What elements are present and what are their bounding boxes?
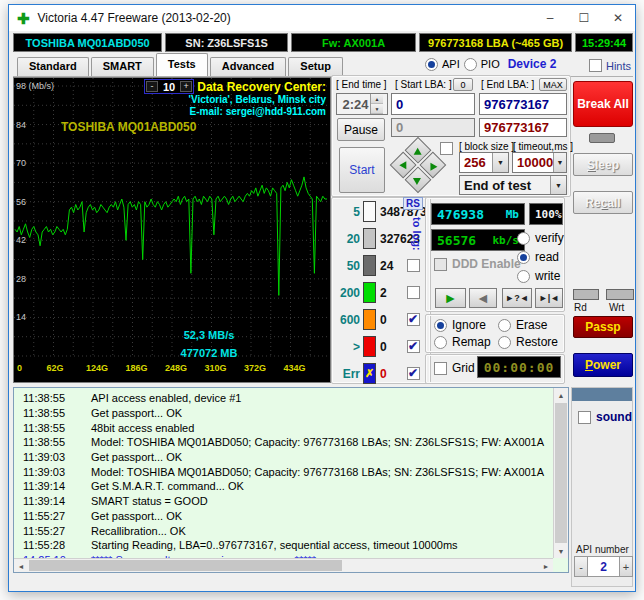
erase-radio[interactable] bbox=[498, 319, 511, 332]
log-lines: 11:38:55API access enabled, device #111:… bbox=[15, 391, 552, 567]
api-number-label: API number bbox=[576, 544, 629, 555]
log-message: SMART status = GOOD bbox=[91, 495, 208, 507]
close-button[interactable]: ✕ bbox=[601, 5, 635, 31]
sound-checkbox[interactable] bbox=[578, 411, 591, 424]
end-lba-label: [ End LBA: ] bbox=[481, 79, 534, 90]
histogram-row-Err: Err✗0 bbox=[334, 360, 431, 387]
horizontal-scrollbar[interactable]: ◄ ► bbox=[14, 558, 553, 572]
end-time-spinner[interactable]: 2:24 ▲▼ bbox=[336, 93, 388, 115]
after-test-dropdown[interactable]: End of test ▼ bbox=[459, 175, 567, 195]
log-message: 48bit access enabled bbox=[91, 422, 194, 434]
ignore-radio[interactable] bbox=[434, 319, 447, 332]
start-lba-input[interactable]: 0 bbox=[391, 93, 475, 115]
hints-checkbox[interactable] bbox=[589, 59, 602, 72]
skip-question-button[interactable]: ►?◄ bbox=[502, 288, 532, 308]
seek-checkbox[interactable] bbox=[440, 142, 453, 155]
log-timestamp: 11:38:55 bbox=[23, 422, 75, 434]
position-lcd: 476938Mb bbox=[431, 203, 525, 225]
scroll-left-icon[interactable]: ◄ bbox=[14, 559, 28, 573]
svg-text:98 (Mb/s): 98 (Mb/s) bbox=[16, 81, 54, 91]
device-label: Device 2 bbox=[508, 57, 557, 71]
tab-setup[interactable]: Setup bbox=[288, 57, 343, 76]
grid-checkbox[interactable] bbox=[434, 362, 447, 375]
end-time-up-icon[interactable]: ▲ bbox=[371, 94, 383, 104]
to-log-checkbox-50[interactable] bbox=[407, 259, 420, 272]
to-log-checkbox-600[interactable] bbox=[407, 313, 420, 326]
drive-model: TOSHIBA MQ01ABD050 bbox=[13, 33, 162, 52]
log-message: Starting Reading, LBA=0..976773167, sequ… bbox=[91, 539, 458, 551]
block-size-dropdown[interactable]: 256 ▼ bbox=[459, 152, 509, 173]
tab-standard[interactable]: Standard bbox=[17, 57, 89, 76]
log-message: Model: TOSHIBA MQ01ABD050; Capacity: 976… bbox=[91, 466, 544, 478]
pause-button[interactable]: Pause bbox=[337, 118, 385, 141]
dropdown-arrow-icon: ▼ bbox=[553, 153, 566, 172]
remap-radio[interactable] bbox=[434, 336, 447, 349]
log-message: Get passport... OK bbox=[91, 451, 182, 463]
timeout-dropdown[interactable]: 10000 ▼ bbox=[512, 152, 567, 173]
svg-text:124G: 124G bbox=[86, 363, 108, 373]
tab-tests[interactable]: Tests bbox=[156, 53, 208, 76]
svg-text:14: 14 bbox=[16, 312, 26, 322]
maximize-button[interactable]: ☐ bbox=[567, 5, 601, 31]
tab-smart[interactable]: SMART bbox=[91, 57, 154, 76]
passp-button[interactable]: Passp bbox=[573, 316, 633, 338]
verify-radio[interactable] bbox=[517, 232, 530, 245]
scale-plus-button[interactable]: + bbox=[180, 81, 192, 92]
pio-radio[interactable] bbox=[464, 58, 477, 71]
step-back-button[interactable]: ◄ bbox=[469, 288, 497, 308]
block-size-label: [ block size ] bbox=[459, 141, 514, 152]
tab-bar: Standard SMART Tests Advanced Setup API … bbox=[13, 54, 633, 77]
svg-text:E-mail: sergei@hdd-911.com: E-mail: sergei@hdd-911.com bbox=[190, 106, 327, 117]
play-button[interactable]: ► bbox=[435, 288, 466, 308]
start-lba-label: [ Start LBA: ] bbox=[395, 79, 452, 90]
to-log-checkbox-200[interactable] bbox=[407, 286, 420, 299]
sleep-button[interactable]: Sleep bbox=[573, 153, 633, 176]
horizontal-scroll-thumb[interactable] bbox=[29, 560, 342, 571]
end-time-label: [ End time ] bbox=[336, 79, 387, 90]
scroll-up-icon[interactable]: ▲ bbox=[554, 388, 568, 402]
histogram-row->: >0 bbox=[334, 333, 431, 360]
scroll-right-icon[interactable]: ► bbox=[539, 559, 553, 573]
recall-button[interactable]: Recall bbox=[573, 191, 633, 214]
clock: 15:29:44 bbox=[575, 33, 633, 52]
end-lba-max-button[interactable]: MAX bbox=[539, 78, 567, 91]
to-log-checkbox->[interactable] bbox=[407, 340, 420, 353]
restore-radio[interactable] bbox=[498, 336, 511, 349]
api-plus-button[interactable]: + bbox=[619, 556, 633, 577]
scale-value: 10 bbox=[159, 81, 179, 93]
down-arrow-icon bbox=[413, 178, 421, 185]
to-log-checkbox-Err[interactable] bbox=[407, 367, 420, 380]
tab-advanced[interactable]: Advanced bbox=[210, 57, 287, 76]
write-radio[interactable] bbox=[517, 270, 530, 283]
drive-firmware: Fw: AX001A bbox=[291, 33, 416, 52]
log-message: Get passport... OK bbox=[91, 407, 182, 419]
current-lba-field: 0 bbox=[391, 118, 475, 137]
minimize-button[interactable]: – bbox=[533, 5, 567, 31]
up-arrow-icon bbox=[413, 147, 421, 154]
drive-info-bar: TOSHIBA MQ01ABD050 SN: Z36LSFS1S Fw: AX0… bbox=[13, 33, 633, 52]
scroll-down-icon[interactable]: ▼ bbox=[554, 544, 568, 558]
api-radio[interactable] bbox=[425, 58, 438, 71]
break-all-button[interactable]: Break All bbox=[573, 81, 633, 127]
scale-minus-button[interactable]: - bbox=[146, 81, 158, 92]
svg-text:28: 28 bbox=[16, 274, 26, 284]
vertical-scroll-thumb[interactable] bbox=[555, 403, 567, 543]
start-lba-zero-button[interactable]: 0 bbox=[453, 78, 473, 91]
ddd-enable-checkbox[interactable] bbox=[434, 258, 447, 271]
histogram-row-600: 6000 bbox=[334, 306, 431, 333]
log-timestamp: 11:39:14 bbox=[23, 495, 75, 507]
api-minus-button[interactable]: - bbox=[574, 556, 588, 577]
start-button[interactable]: Start bbox=[339, 147, 385, 193]
log-message: Get passport... OK bbox=[91, 510, 182, 522]
power-button[interactable]: Power bbox=[573, 353, 633, 377]
rs-badge[interactable]: RS bbox=[403, 197, 423, 210]
end-time-down-icon[interactable]: ▼ bbox=[371, 104, 383, 114]
log-timestamp: 11:39:14 bbox=[23, 480, 75, 492]
log-line: 11:39:03Model: TOSHIBA MQ01ABD050; Capac… bbox=[15, 464, 552, 479]
skip-end-button[interactable]: ►|◄ bbox=[535, 288, 563, 308]
histogram-bucket-label: Err bbox=[334, 367, 360, 381]
histogram-bucket-label: > bbox=[334, 340, 360, 354]
victoria-app-window: ✚ Victoria 4.47 Freeware (2013-02-20) – … bbox=[8, 4, 636, 592]
vertical-scrollbar[interactable]: ▲ ▼ bbox=[553, 388, 568, 558]
end-lba-input[interactable]: 976773167 bbox=[479, 93, 567, 115]
